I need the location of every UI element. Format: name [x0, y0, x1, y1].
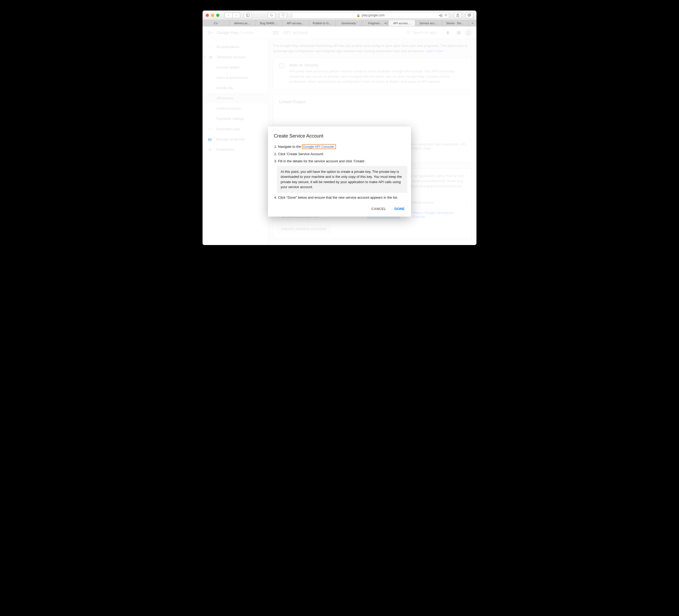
reload-button[interactable]: ⟳	[445, 13, 447, 17]
tab-4[interactable]: Publish to G…	[309, 20, 335, 26]
create-service-account-dialog: Create Service Account Navigate to the G…	[268, 126, 411, 217]
tab-6[interactable]: Fragmen…◂))	[362, 20, 389, 26]
sidebar-toggle-button[interactable]	[244, 12, 252, 18]
svg-rect-5	[468, 14, 471, 16]
window-controls	[206, 14, 219, 17]
reader-icon[interactable]: ◂))	[439, 13, 443, 17]
share-button[interactable]	[454, 12, 462, 18]
tab-0[interactable]: Co	[202, 20, 229, 26]
safari-window: ‹ › G ⓘ 🔒 play.google.com ◂)) ⟳ Co deliv…	[202, 10, 477, 245]
tab-9[interactable]: Stores · Sm…	[442, 20, 468, 26]
tab-7[interactable]: API access…	[389, 20, 415, 26]
tab-8[interactable]: Service acc…	[415, 20, 442, 26]
tab-1[interactable]: delivery.ac…	[229, 20, 256, 26]
minimize-window-button[interactable]	[211, 14, 214, 17]
step-3-note: At this point, you will have the option …	[277, 166, 408, 193]
tab-2[interactable]: Bug 59400:…	[256, 20, 282, 26]
zoom-window-button[interactable]	[216, 14, 219, 17]
dialog-steps: Navigate to the Google API Console. Clic…	[272, 144, 411, 164]
cancel-button[interactable]: CANCEL	[371, 207, 386, 211]
dialog-steps-cont: Click "Done" below and ensure that the n…	[272, 195, 411, 200]
privacy-ext-icon[interactable]: ⓘ	[279, 12, 287, 18]
close-window-button[interactable]	[206, 14, 209, 17]
tab-3[interactable]: API access…	[282, 20, 309, 26]
lock-icon: 🔒	[356, 13, 360, 17]
done-button[interactable]: DONE	[394, 207, 405, 211]
svg-rect-0	[246, 14, 249, 17]
tab-strip: Co delivery.ac… Bug 59400:… API access… …	[202, 20, 477, 26]
url-host: play.google.com	[362, 13, 385, 17]
tabs-button[interactable]	[465, 12, 473, 18]
back-button[interactable]: ‹	[225, 12, 233, 18]
nav-buttons: ‹ ›	[225, 12, 240, 18]
dialog-actions: CANCEL DONE	[268, 202, 411, 212]
tab-5[interactable]: Grammarly	[335, 20, 362, 26]
step-1: Navigate to the Google API Console.	[278, 144, 406, 149]
step-3: Fill in the details for the service acco…	[278, 159, 406, 164]
window-titlebar: ‹ › G ⓘ 🔒 play.google.com ◂)) ⟳	[202, 10, 477, 20]
new-tab-button[interactable]: +	[468, 20, 477, 26]
address-bar[interactable]: 🔒 play.google.com ◂)) ⟳	[292, 12, 449, 19]
svg-rect-4	[468, 14, 470, 16]
audio-icon[interactable]: ◂))	[384, 22, 387, 25]
step-4: Click "Done" below and ensure that the n…	[278, 195, 406, 200]
forward-button[interactable]: ›	[232, 12, 240, 18]
dialog-title: Create Service Account	[268, 133, 411, 142]
google-api-console-link[interactable]: Google API Console.	[302, 144, 336, 149]
step-2: Click 'Create Service Account'.	[278, 152, 406, 157]
grammarly-ext-icon[interactable]: G	[268, 12, 276, 18]
page-content: Google Play Console API access Search fo…	[202, 26, 477, 245]
